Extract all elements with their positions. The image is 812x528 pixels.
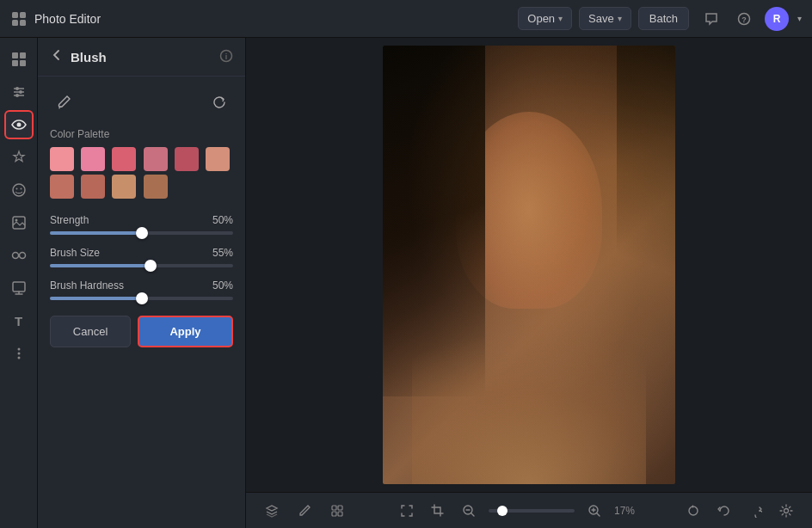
fit-screen-button[interactable] bbox=[396, 500, 418, 522]
sidebar-item-text[interactable]: T bbox=[4, 306, 34, 335]
brush-size-slider-track[interactable] bbox=[50, 264, 233, 267]
sidebar-item-gallery[interactable] bbox=[4, 208, 34, 237]
svg-rect-32 bbox=[332, 512, 336, 516]
zoom-slider[interactable] bbox=[489, 509, 575, 513]
panel-title: Blush bbox=[71, 50, 212, 64]
color-swatch-2[interactable] bbox=[112, 147, 136, 171]
svg-rect-33 bbox=[338, 512, 342, 516]
color-swatch-8[interactable] bbox=[112, 175, 136, 199]
svg-line-36 bbox=[471, 513, 474, 516]
cancel-button[interactable]: Cancel bbox=[50, 316, 131, 347]
svg-point-17 bbox=[13, 184, 25, 196]
sidebar-item-adjustments[interactable] bbox=[4, 77, 34, 107]
settings-button[interactable] bbox=[774, 499, 798, 523]
svg-rect-20 bbox=[13, 217, 25, 229]
svg-text:?: ? bbox=[741, 15, 747, 24]
crop-button[interactable] bbox=[427, 500, 449, 522]
undo-button[interactable] bbox=[712, 499, 736, 523]
svg-point-13 bbox=[15, 87, 19, 90]
color-palette bbox=[50, 147, 233, 199]
sidebar-item-home[interactable] bbox=[4, 45, 34, 74]
brush-tool-button[interactable] bbox=[50, 89, 77, 116]
color-swatch-0[interactable] bbox=[50, 147, 74, 171]
svg-rect-24 bbox=[13, 282, 25, 292]
color-swatch-7[interactable] bbox=[81, 175, 105, 199]
svg-rect-31 bbox=[338, 506, 342, 510]
brush-size-label: Brush Size bbox=[50, 247, 100, 259]
open-chevron-icon: ▾ bbox=[558, 14, 563, 23]
sidebar-item-more[interactable] bbox=[4, 339, 34, 368]
bg-warm-blur bbox=[383, 46, 675, 484]
zoom-percent-label: 17% bbox=[614, 505, 635, 517]
canvas-viewport[interactable] bbox=[246, 38, 812, 492]
color-palette-label: Color Palette bbox=[50, 128, 233, 140]
back-button[interactable] bbox=[50, 48, 64, 65]
sidebar-item-face[interactable] bbox=[4, 175, 34, 205]
brush-hardness-slider-section: Brush Hardness 50% bbox=[50, 279, 233, 300]
color-swatch-5[interactable] bbox=[206, 147, 230, 171]
brush-hardness-header: Brush Hardness 50% bbox=[50, 279, 233, 292]
zoom-out-button[interactable] bbox=[458, 500, 480, 522]
brush-hardness-slider-fill bbox=[50, 297, 142, 300]
zoom-in-button[interactable] bbox=[583, 500, 606, 522]
grid-icon-button[interactable] bbox=[325, 499, 349, 523]
strength-slider-track[interactable] bbox=[50, 231, 233, 235]
svg-point-41 bbox=[784, 508, 789, 513]
layers-icon-button[interactable] bbox=[260, 499, 284, 523]
strength-value: 50% bbox=[212, 214, 233, 226]
open-button[interactable]: Open ▾ bbox=[518, 7, 572, 30]
app-title: Photo Editor bbox=[34, 12, 101, 26]
save-chevron-icon: ▾ bbox=[618, 14, 622, 23]
brush-hardness-slider-track[interactable] bbox=[50, 297, 233, 300]
sidebar-item-export[interactable] bbox=[4, 273, 34, 303]
color-swatch-9[interactable] bbox=[144, 175, 168, 199]
refresh-tool-button[interactable] bbox=[206, 89, 233, 116]
photo-container bbox=[383, 46, 675, 484]
svg-point-21 bbox=[15, 219, 17, 222]
app-icon bbox=[10, 10, 28, 28]
photo-image bbox=[383, 46, 675, 484]
bottombar-center: 17% bbox=[360, 500, 671, 522]
help-icon-button[interactable]: ? bbox=[732, 7, 756, 31]
strength-header: Strength 50% bbox=[50, 214, 233, 226]
svg-rect-9 bbox=[20, 60, 26, 66]
bottombar: 17% bbox=[246, 492, 812, 528]
panel-actions: Cancel Apply bbox=[50, 316, 233, 347]
color-swatch-3[interactable] bbox=[144, 147, 168, 171]
bottombar-right bbox=[681, 499, 798, 523]
apply-button[interactable]: Apply bbox=[138, 316, 233, 347]
sidebar-item-effects[interactable] bbox=[4, 143, 34, 172]
strength-slider-thumb[interactable] bbox=[136, 227, 148, 239]
reset-button[interactable] bbox=[681, 499, 705, 523]
brush-size-slider-section: Brush Size 55% bbox=[50, 247, 233, 267]
batch-button[interactable]: Batch bbox=[638, 7, 689, 30]
svg-rect-6 bbox=[12, 52, 18, 58]
brush-hardness-slider-thumb[interactable] bbox=[136, 292, 148, 304]
chat-icon-button[interactable] bbox=[699, 7, 723, 31]
sidebar-item-eye[interactable] bbox=[4, 110, 34, 139]
redo-button[interactable] bbox=[743, 499, 767, 523]
brush-size-slider-thumb[interactable] bbox=[145, 260, 157, 272]
blush-panel: Blush i bbox=[38, 38, 246, 528]
avatar[interactable]: R bbox=[765, 7, 789, 31]
svg-point-16 bbox=[16, 123, 21, 127]
svg-rect-2 bbox=[12, 20, 18, 26]
color-swatch-4[interactable] bbox=[175, 147, 199, 171]
color-swatch-6[interactable] bbox=[50, 175, 74, 199]
svg-rect-8 bbox=[12, 60, 18, 66]
svg-point-23 bbox=[19, 253, 25, 259]
canvas-area: 17% bbox=[246, 38, 812, 528]
svg-point-14 bbox=[19, 90, 22, 94]
svg-point-25 bbox=[17, 348, 20, 351]
avatar-chevron-icon: ▾ bbox=[797, 14, 802, 23]
save-button[interactable]: Save ▾ bbox=[579, 7, 631, 30]
edit-icon-button[interactable] bbox=[292, 499, 317, 523]
svg-point-27 bbox=[17, 357, 20, 359]
svg-point-19 bbox=[20, 188, 22, 190]
info-icon-button[interactable]: i bbox=[219, 49, 233, 65]
color-swatch-1[interactable] bbox=[81, 147, 105, 171]
sidebar-item-objects[interactable] bbox=[4, 241, 34, 270]
strength-label: Strength bbox=[50, 214, 89, 226]
panel-body: Color Palette Strength 50% bbox=[38, 77, 245, 359]
zoom-slider-thumb[interactable] bbox=[497, 506, 508, 516]
